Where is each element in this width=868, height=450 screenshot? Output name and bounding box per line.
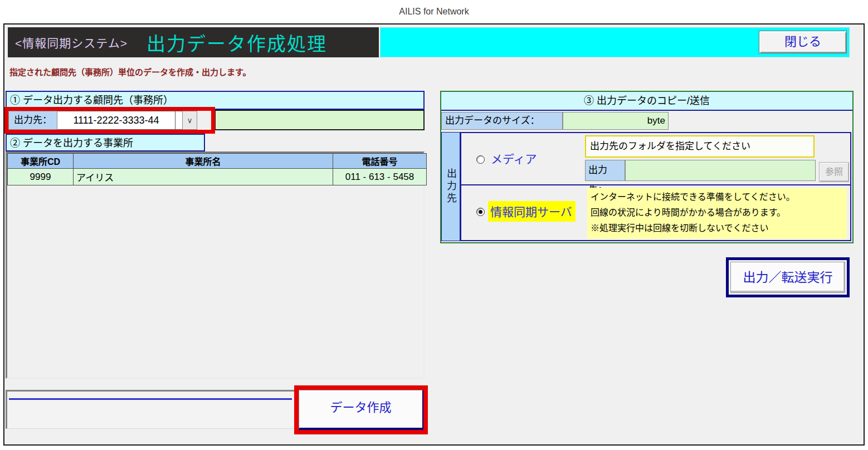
media-dest-label: 出力先： (585, 160, 625, 181)
create-data-button[interactable]: データ作成 (299, 390, 423, 430)
screen-description: 指定された顧問先（事務所）単位のデータを作成・出力します。 (9, 66, 251, 77)
server-info-box: インターネットに接続できる準備をしてください。 回線の状況により時間がかかる場合… (587, 188, 847, 239)
server-note-line3: ※処理実行中は回線を切断しないでください (591, 221, 843, 236)
cell-business-name: アイリス (74, 169, 333, 185)
output-size-label: 出力データのサイズ： (441, 112, 563, 130)
dest-combobox[interactable]: 1111-2222-3333-44 (57, 111, 175, 130)
dest-group-label: 出力先 (441, 132, 460, 241)
browse-button[interactable]: 参照 (819, 162, 849, 182)
server-option-row: 情報同期サーバ インターネットに接続できる準備をしてください。 回線の状況により… (461, 187, 850, 240)
title-bar: <情報同期システム> 出力データ作成処理 (8, 27, 379, 57)
combo-spacer (175, 111, 182, 130)
column-header-phone: 電話番号 (333, 154, 427, 169)
app-title: AILIS for Network (0, 7, 868, 17)
dest-label: 出力先： (8, 111, 57, 130)
execute-transfer-button[interactable]: 出力／転送実行 (730, 262, 845, 293)
cell-business-phone: 011 - 613 - 5458 (333, 169, 427, 185)
screen-title: 出力データ作成処理 (147, 29, 327, 56)
media-radio[interactable] (476, 155, 485, 164)
dest-combo-highlight: 出力先： 1111-2222-3333-44 ∨ (4, 107, 215, 134)
main-window: <情報同期システム> 出力データ作成処理 閉じる 指定された顧問先（事務所）単位… (3, 23, 865, 446)
create-button-highlight: データ作成 (294, 385, 428, 434)
system-name-label: <情報同期システム> (15, 34, 128, 51)
output-size-field: byte (563, 112, 669, 130)
server-radio-label[interactable]: 情報同期サーバ (488, 201, 576, 222)
section3-heading: ③ 出力データのコピー/送信 (441, 92, 852, 111)
media-radio-label[interactable]: メディア (491, 150, 537, 167)
section2-heading: ② データを出力する事業所 (6, 134, 205, 151)
table-header-row: 事業所CD 事業所名 電話番号 (8, 154, 427, 169)
folder-hint-box: 出力先のフォルダを指定してください (585, 135, 815, 158)
cell-business-code: 9999 (8, 169, 74, 185)
media-option-row: メディア 出力先のフォルダを指定してください 出力先： 参照 (461, 133, 850, 185)
progress-bar (9, 398, 292, 400)
output-size-unit: byte (647, 115, 665, 126)
server-radio[interactable] (476, 208, 485, 216)
dest-display-field (215, 110, 425, 130)
server-note-line2: 回線の状況により時間がかかる場合があります。 (591, 205, 843, 221)
execute-button-frame: 出力／転送実行 (726, 257, 850, 297)
section3-panel: ③ 出力データのコピー/送信 出力データのサイズ： byte 出力先 メディア … (440, 91, 854, 243)
column-header-name: 事業所名 (74, 154, 333, 169)
dest-options-box: メディア 出力先のフォルダを指定してください 出力先： 参照 情報同期サーバ イ… (460, 132, 851, 241)
column-header-code: 事業所CD (8, 154, 74, 169)
progress-area (6, 390, 296, 429)
close-button[interactable]: 閉じる (759, 31, 847, 53)
chevron-down-icon[interactable]: ∨ (182, 111, 197, 130)
media-dest-input[interactable] (625, 160, 816, 181)
table-row[interactable]: 9999 アイリス 011 - 613 - 5458 (8, 169, 427, 185)
business-list[interactable]: 事業所CD 事業所名 電話番号 9999 アイリス 011 - 613 - 54… (6, 151, 425, 379)
server-note-line1: インターネットに接続できる準備をしてください。 (591, 189, 843, 205)
business-table: 事業所CD 事業所名 電話番号 9999 アイリス 011 - 613 - 54… (7, 153, 427, 185)
